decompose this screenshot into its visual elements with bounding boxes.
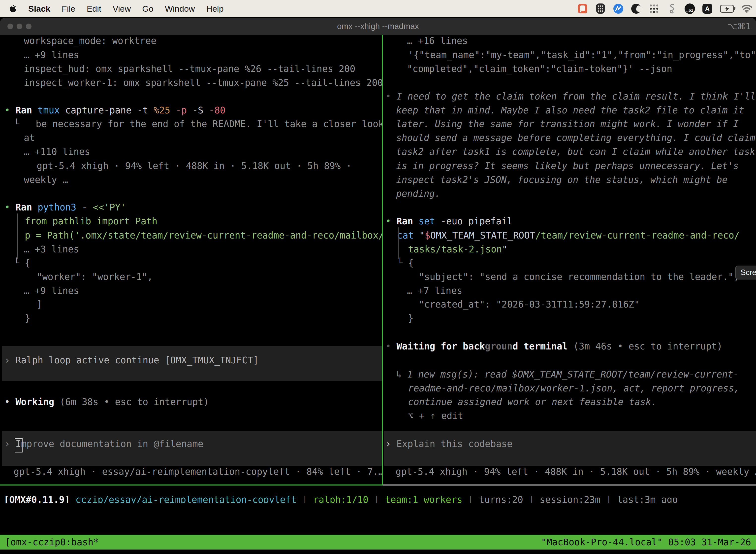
text-segment: last:3m ago [617,494,678,503]
squiggle-glyph [669,3,675,14]
active-app-name[interactable]: Slack [28,4,50,14]
text-segment [70,494,75,503]
tooltip-text: Scre [741,268,756,277]
menu-item-edit[interactable]: Edit [87,4,102,14]
pane-divider[interactable] [382,35,383,486]
shield-grid-icon[interactable] [595,3,606,14]
tmux-status-bar: [omx-cczip0:bash* "MacBook-Pro-44.local"… [0,535,756,550]
terminal-line: [OMX#0.11.9] cczip/essay/ai-reimplementa… [4,493,678,503]
squiggle-icon[interactable] [667,3,677,14]
text-segment: | [523,494,540,503]
left-pane-bottom-border [0,485,382,486]
wifi-icon[interactable] [742,3,752,14]
omx-status-line: [OMX#0.11.9] cczip/essay/ai-reimplementa… [0,35,756,503]
right-pane-bottom-border [383,485,756,486]
keyboard-layout-icon[interactable]: A [702,4,712,14]
percent-badge-icon[interactable]: ..61 [685,3,695,14]
grid-dots-icon[interactable] [649,3,659,14]
apple-logo [9,4,17,13]
menu-item-view[interactable]: View [113,4,131,14]
menu-bar-status-icons: ..61 A [577,0,752,17]
battery-icon[interactable] [720,3,734,14]
screen-overlay-tooltip: Scre [735,266,756,279]
text-segment: [OMX#0.11.9] [4,494,70,503]
menu-item-help[interactable]: Help [206,4,224,14]
terminal-content: workspace_mode: worktree… +9 linesinspec… [0,35,756,554]
text-segment: turns:20 [479,494,523,503]
sync-badge-icon[interactable] [613,3,624,14]
text-segment: | [601,494,617,503]
menu-item-file[interactable]: File [62,4,75,14]
menu-bar: Slack FileEditViewGoWindowHelp ..61 [0,0,756,17]
menu-items: FileEditViewGoWindowHelp [62,4,224,14]
apple-menu-icon[interactable] [9,4,17,13]
text-segment: | [462,494,479,503]
window-shortcut-hint: ⌥⌘1 [728,18,751,35]
tmux-host-clock-label: "MacBook-Pro-44.local" 05:03 31-Mar-26 [541,537,751,548]
window-title: omx --xhigh --madmax [0,18,756,35]
menu-item-window[interactable]: Window [165,4,195,14]
text-segment: team:1 workers [385,494,462,503]
wifi-glyph [742,5,752,13]
zigzag-glyph [615,6,622,11]
menu-item-go[interactable]: Go [142,4,153,14]
text-segment: session:23m [540,494,601,503]
tmux-session-label: [omx-cczip0:bash* [5,537,99,548]
terminal-window: omx --xhigh --madmax ⌥⌘1 workspace_mode:… [0,18,756,554]
text-segment: | [368,494,385,503]
charging-bolt-glyph [725,6,729,11]
text-segment: cczip/essay/ai-reimplementation-copyleft [76,494,297,503]
text-segment: ralph:1/10 [313,494,368,503]
text-segment: | [297,494,313,503]
window-titlebar[interactable]: omx --xhigh --madmax ⌥⌘1 [0,18,756,35]
moon-icon[interactable] [631,3,641,14]
screenshot-icon[interactable] [577,3,588,14]
